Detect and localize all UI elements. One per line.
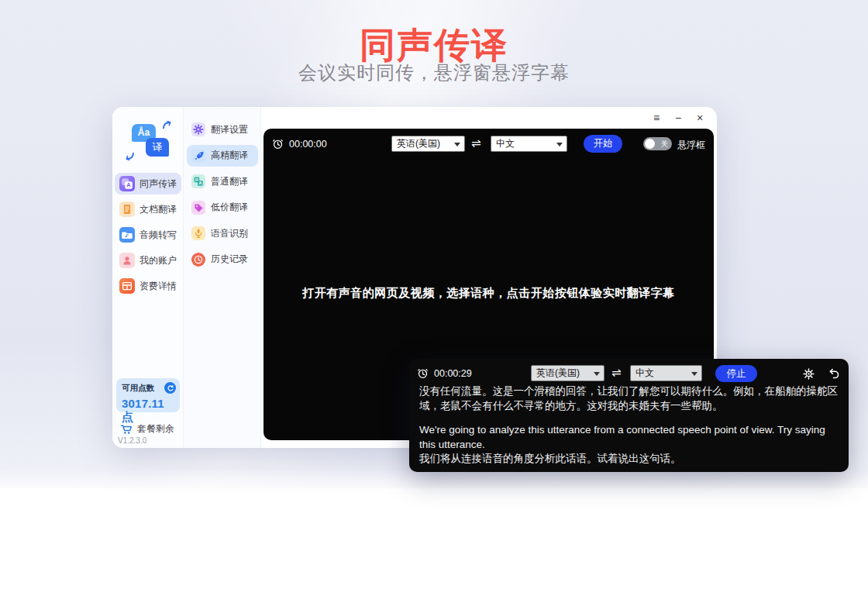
stop-button[interactable]: 停止 [715,365,757,382]
float-target-language-select[interactable]: 中文 [630,365,702,381]
subtitle-text-block: 没有任何流量。这是一个滑稽的回答，让我们了解您可以期待什么。例如，在船舶的操舵区… [419,384,839,467]
subtitle-zh-paragraph: 我们将从连接语音的角度分析此话语。试着说出这句话。 [419,452,839,467]
sidebar-item-label: 资费详情 [140,280,177,293]
toggle-state-label: 关 [661,140,669,150]
tab-label: 高精翻译 [211,149,248,162]
toggle-knob [645,139,655,149]
tab-label: 普通翻译 [211,175,248,188]
float-target-language-value: 中文 [636,367,654,380]
chevron-down-icon [691,372,698,376]
subtitle-en-paragraph: We're going to analyze this utterance fr… [419,423,839,452]
subtitle-zh-paragraph: 没有任何流量。这是一个滑稽的回答，让我们了解您可以期待什么。例如，在船舶的操舵区… [419,384,839,413]
normal-translate-icon: A [191,174,205,188]
float-toggle-label: 悬浮框 [677,139,705,152]
app-logo: Åa 译 [112,118,184,167]
chevron-down-icon [556,143,563,146]
sidebar-item-document-translate[interactable]: 文档翻译 [115,198,181,220]
sidebar-item-label: 我的账户 [140,254,177,267]
float-timer-value: 00:00:29 [434,368,472,379]
sidebar-item-label: 文档翻译 [140,203,177,216]
sync-interpret-icon: A [119,176,135,191]
chevron-down-icon [454,143,460,146]
account-icon [119,253,135,268]
float-source-language-value: 英语(美国) [536,367,580,380]
primary-sidebar: Åa 译 A 同声传译 文档翻译 音频转写 [112,107,184,448]
cart-icon [120,423,133,435]
start-button[interactable]: 开始 [584,135,622,153]
gear-icon[interactable] [801,366,816,381]
cheap-tag-icon [191,201,205,215]
close-icon[interactable]: × [692,110,708,126]
sidebar-item-audio-transcribe[interactable]: 音频转写 [115,224,181,246]
paragraph-gap [419,413,839,423]
history-clock-icon [191,253,205,267]
swap-languages-icon[interactable]: ⇌ [611,366,622,380]
alarm-clock-icon [272,138,284,150]
chevron-down-icon [594,372,600,376]
pricing-icon [119,278,135,294]
floating-subtitle-window: 00:00:29 英语(美国) ⇌ 中文 停止 没有任何流量。这是一个滑稽的回答… [409,359,849,472]
secondary-sidebar: 翻译设置 高精翻译 A 普通翻译 低价翻译 [184,107,261,448]
app-version: V1.2.3.0 [118,436,146,445]
swap-languages-icon[interactable]: ⇌ [471,136,481,150]
tab-translate-settings[interactable]: 翻译设置 [187,119,258,140]
page-subtitle: 会议实时同传，悬浮窗悬浮字幕 [0,60,868,85]
tab-label: 历史记录 [211,253,248,266]
logo-arrow-icon [125,152,134,160]
document-translate-icon [119,202,135,217]
secondary-nav-list: 翻译设置 高精翻译 A 普通翻译 低价翻译 [184,119,261,274]
minimize-icon[interactable]: − [670,110,686,126]
audio-transcribe-icon [119,227,135,243]
stage-hint-text: 打开有声音的网页及视频，选择语种，点击开始按钮体验实时翻译字幕 [264,286,714,301]
undo-icon[interactable] [825,366,841,381]
points-value: 3017.11点 [122,397,175,425]
float-source-language-select[interactable]: 英语(美国) [531,365,604,381]
tab-history[interactable]: 历史记录 [187,249,258,270]
tab-label: 语音识别 [211,227,248,240]
stage-target-language-value: 中文 [496,137,515,150]
svg-text:A: A [126,181,131,188]
logo-arrow-icon [163,121,172,129]
tab-label: 翻译设置 [211,123,248,136]
stage-timer: 00:00:00 [272,138,327,150]
primary-nav-list: A 同声传译 文档翻译 音频转写 我的账户 [112,173,184,301]
tab-normal-translate[interactable]: A 普通翻译 [187,170,258,192]
tab-speech-recognition[interactable]: 语音识别 [187,222,258,244]
window-controls: ≡ − × [649,110,708,126]
svg-text:A: A [198,181,202,185]
sidebar-item-account[interactable]: 我的账户 [115,250,181,271]
sidebar-item-label: 音频转写 [140,229,177,242]
stage-source-language-select[interactable]: 英语(美国) [391,136,465,152]
logo-cjk-bubble: 译 [146,138,169,157]
sidebar-item-sync-interpret[interactable]: A 同声传译 [115,173,181,195]
stage-source-language-value: 英语(美国) [397,137,440,150]
package-label: 套餐剩余 [137,422,174,436]
tab-cheap-translate[interactable]: 低价翻译 [187,197,258,219]
package-remaining[interactable]: 套餐剩余 [120,422,174,436]
sidebar-item-label: 同声传译 [140,177,177,191]
precision-rocket-icon [191,149,205,163]
stage-timer-value: 00:00:00 [289,139,327,150]
float-window-toggle[interactable]: 关 [643,137,672,150]
sidebar-item-pricing[interactable]: 资费详情 [115,275,181,297]
speech-mic-icon [191,226,205,240]
menu-icon[interactable]: ≡ [649,110,664,126]
settings-gear-icon [191,122,205,136]
float-timer: 00:00:29 [417,367,472,379]
alarm-clock-icon [417,367,429,379]
points-card: 可用点数 3017.11点 [116,378,180,412]
stage-target-language-select[interactable]: 中文 [491,136,567,152]
tab-label: 低价翻译 [211,201,248,214]
refresh-icon[interactable] [164,382,176,394]
tab-precision-translate[interactable]: 高精翻译 [187,145,258,167]
